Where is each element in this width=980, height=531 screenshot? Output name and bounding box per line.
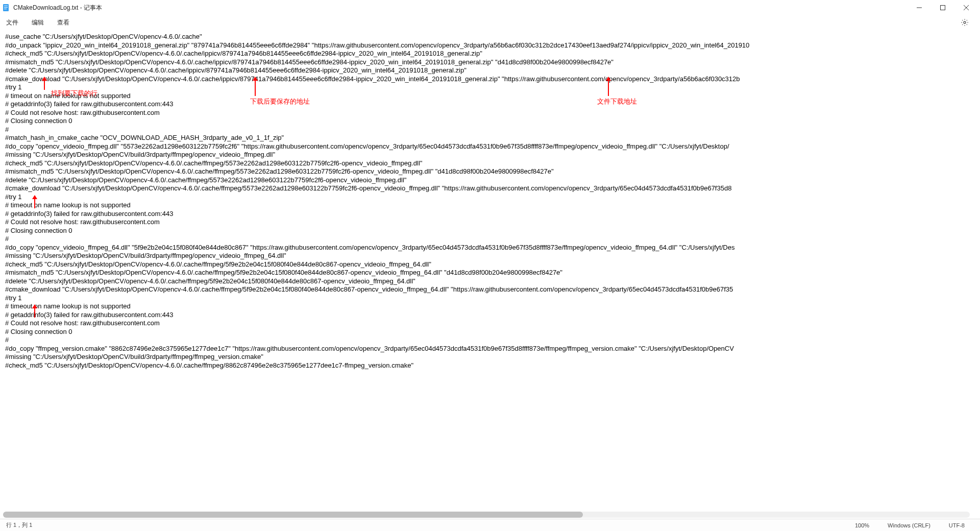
- statusbar: 行 1，列 1 100% Windows (CRLF) UTF-8: [0, 519, 980, 531]
- text-line: #check_md5 "C:/Users/xjfyt/Desktop/OpenC…: [5, 361, 975, 370]
- svg-point-8: [964, 21, 966, 23]
- minimize-button[interactable]: [908, 0, 931, 15]
- text-line: #try 1: [5, 294, 975, 303]
- svg-rect-2: [4, 7, 8, 8]
- text-line: #missing "C:/Users/xjfyt/Desktop/OpenCV/…: [5, 151, 975, 159]
- text-line: # getaddrinfo(3) failed for raw.githubus…: [5, 311, 975, 320]
- text-line: #do_unpack "ippicv_2020_win_intel64_2019…: [5, 41, 975, 50]
- svg-rect-1: [4, 6, 8, 6]
- window-title: CMakeDownloadLog.txt - 记事本: [13, 4, 102, 12]
- text-line: # Could not resolve host: raw.githubuser…: [5, 109, 975, 117]
- text-line: #cmake_download "C:/Users/xjfyt/Desktop/…: [5, 184, 975, 193]
- text-line: #check_md5 "C:/Users/xjfyt/Desktop/OpenC…: [5, 50, 975, 58]
- text-line: # timeout on name lookup is not supporte…: [5, 302, 975, 311]
- text-line: #missing "C:/Users/xjfyt/Desktop/OpenCV/…: [5, 252, 975, 260]
- text-line: # Closing connection 0: [5, 117, 975, 126]
- text-line: #mismatch_md5 "C:/Users/xjfyt/Desktop/Op…: [5, 269, 975, 277]
- text-line: #try 1: [5, 83, 975, 92]
- text-line: #delete "C:/Users/xjfyt/Desktop/OpenCV/o…: [5, 176, 975, 185]
- text-line: # timeout on name lookup is not supporte…: [5, 201, 975, 210]
- text-line: # getaddrinfo(3) failed for raw.githubus…: [5, 100, 975, 109]
- text-line: #match_hash_in_cmake_cache "OCV_DOWNLOAD…: [5, 134, 975, 142]
- text-line: #mismatch_md5 "C:/Users/xjfyt/Desktop/Op…: [5, 167, 975, 176]
- menu-edit[interactable]: 编辑: [30, 17, 46, 28]
- text-line: #do_copy "ffmpeg_version.cmake" "8862c87…: [5, 345, 975, 353]
- text-line: # Closing connection 0: [5, 328, 975, 336]
- text-line: #delete "C:/Users/xjfyt/Desktop/OpenCV/o…: [5, 277, 975, 286]
- text-line: #: [5, 126, 975, 134]
- text-line: # getaddrinfo(3) failed for raw.githubus…: [5, 210, 975, 219]
- notepad-icon: [2, 4, 10, 12]
- menubar: 文件 编辑 查看: [0, 15, 980, 30]
- titlebar: CMakeDownloadLog.txt - 记事本: [0, 0, 980, 15]
- status-zoom: 100%: [846, 522, 878, 528]
- text-line: #: [5, 336, 975, 345]
- text-line: #mismatch_md5 "C:/Users/xjfyt/Desktop/Op…: [5, 58, 975, 67]
- close-button[interactable]: [954, 0, 978, 15]
- svg-rect-5: [941, 6, 945, 10]
- text-content[interactable]: #use_cache "C:/Users/xjfyt/Desktop/OpenC…: [0, 30, 980, 519]
- editor-area[interactable]: #use_cache "C:/Users/xjfyt/Desktop/OpenC…: [0, 30, 980, 519]
- status-eol: Windows (CRLF): [878, 522, 940, 528]
- text-line: #try 1: [5, 193, 975, 202]
- horizontal-scrollbar[interactable]: [3, 512, 970, 518]
- text-line: # timeout on name lookup is not supporte…: [5, 92, 975, 101]
- menu-file[interactable]: 文件: [4, 17, 20, 28]
- settings-button[interactable]: [958, 15, 972, 30]
- maximize-button[interactable]: [931, 0, 954, 15]
- scrollbar-thumb[interactable]: [3, 512, 583, 518]
- text-line: #missing "C:/Users/xjfyt/Desktop/OpenCV/…: [5, 353, 975, 361]
- status-encoding: UTF-8: [940, 522, 974, 528]
- text-line: # Could not resolve host: raw.githubuser…: [5, 218, 975, 227]
- text-line: #do_copy "opencv_videoio_ffmpeg_64.dll" …: [5, 244, 975, 252]
- text-line: #do_copy "opencv_videoio_ffmpeg.dll" "55…: [5, 142, 975, 151]
- svg-rect-3: [4, 9, 7, 9]
- text-line: #: [5, 235, 975, 244]
- menu-view[interactable]: 查看: [55, 17, 71, 28]
- text-line: #check_md5 "C:/Users/xjfyt/Desktop/OpenC…: [5, 159, 975, 168]
- text-line: # Could not resolve host: raw.githubuser…: [5, 319, 975, 328]
- text-line: #check_md5 "C:/Users/xjfyt/Desktop/OpenC…: [5, 260, 975, 269]
- text-line: #use_cache "C:/Users/xjfyt/Desktop/OpenC…: [5, 33, 975, 41]
- text-line: #cmake_download "C:/Users/xjfyt/Desktop/…: [5, 75, 975, 84]
- text-line: # Closing connection 0: [5, 227, 975, 235]
- status-position: 行 1，列 1: [6, 521, 32, 529]
- text-line: #cmake_download "C:/Users/xjfyt/Desktop/…: [5, 285, 975, 294]
- text-line: #delete "C:/Users/xjfyt/Desktop/OpenCV/o…: [5, 66, 975, 75]
